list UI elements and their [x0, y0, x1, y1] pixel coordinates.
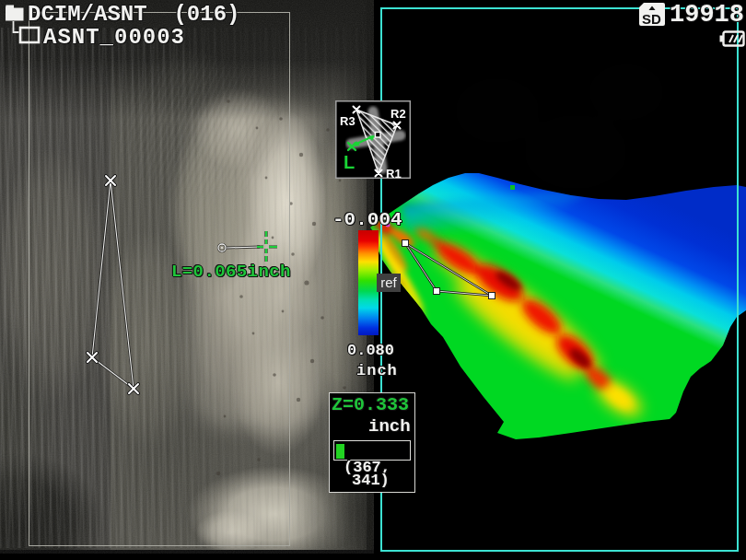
svg-text:SD: SD — [642, 11, 661, 27]
svg-text:R2: R2 — [390, 107, 406, 121]
svg-text:R3: R3 — [340, 114, 356, 128]
svg-text:L: L — [344, 152, 355, 172]
svg-text:R1: R1 — [386, 167, 402, 181]
